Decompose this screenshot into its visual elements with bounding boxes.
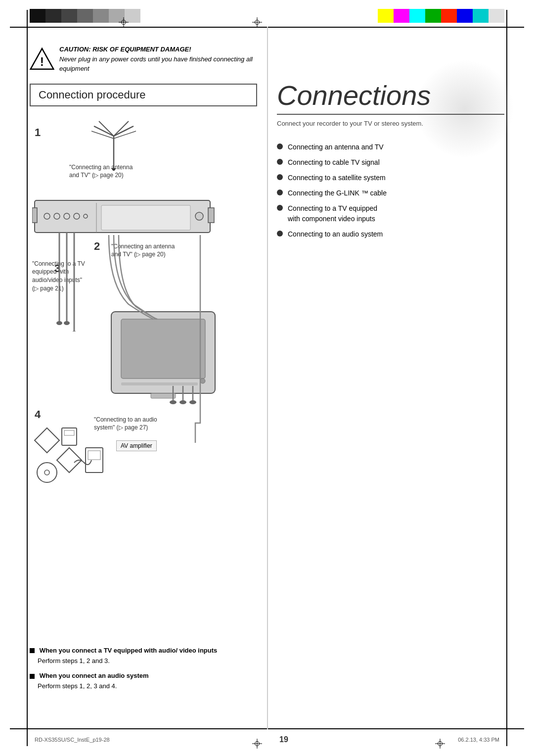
footer-left: RD-XS35SU/SC_InstE_p19-28 <box>35 737 110 743</box>
svg-rect-21 <box>208 208 214 223</box>
swatch <box>409 9 425 23</box>
av-cables-svg <box>52 233 82 331</box>
svg-marker-10 <box>111 168 116 171</box>
bullet-3 <box>277 174 283 180</box>
swatch <box>441 9 457 23</box>
svg-line-3 <box>94 126 114 136</box>
connection-procedure-title: Connection procedure <box>39 89 145 101</box>
swatch <box>61 9 77 23</box>
list-item-6: Connecting to an audio system <box>277 229 504 239</box>
audio-cable <box>188 235 213 443</box>
swatch <box>489 9 504 23</box>
list-item-6-label: Connecting to an audio system <box>288 229 383 239</box>
bullet-4 <box>277 189 283 195</box>
svg-rect-44 <box>64 430 74 435</box>
svg-point-25 <box>56 321 62 325</box>
right-panel: Connections Connect your recorder to you… <box>277 30 504 726</box>
svg-line-4 <box>114 126 134 136</box>
swatch <box>93 9 109 23</box>
list-item-2: Connecting to cable TV signal <box>277 157 504 168</box>
footer-right: 06.2.13, 4:33 PM <box>458 737 499 743</box>
border-left <box>27 10 28 746</box>
antenna-svg <box>89 116 138 171</box>
svg-point-42 <box>44 470 49 475</box>
left-panel: ! CAUTION: RISK OF EQUIPMENT DAMAGE! Nev… <box>30 30 257 726</box>
list-item-5: Connecting to a TV equippedwith componen… <box>277 203 504 224</box>
bullet-1 <box>277 143 283 149</box>
step-4-number: 4 <box>35 408 41 421</box>
list-item-2-label: Connecting to cable TV signal <box>288 157 380 168</box>
footer: RD-XS35SU/SC_InstE_p19-28 19 06.2.13, 4:… <box>35 735 499 744</box>
list-item-5-label: Connecting to a TV equippedwith componen… <box>288 203 377 224</box>
footer-center: 19 <box>279 735 288 744</box>
list-item-4: Connecting the G-LINK ™ cable <box>277 188 504 198</box>
swatch <box>378 9 394 23</box>
bottom-notes: When you connect a TV equipped with audi… <box>30 646 247 697</box>
swatch <box>30 9 45 23</box>
note-2-heading: When you connect an audio system <box>40 672 149 679</box>
svg-point-20 <box>195 212 203 220</box>
note-1: When you connect a TV equipped with audi… <box>30 646 247 666</box>
swatch <box>425 9 441 23</box>
list-item-4-label: Connecting the G-LINK ™ cable <box>288 188 387 198</box>
swatch <box>473 9 489 23</box>
svg-point-41 <box>37 463 57 482</box>
note-2-body: Perform steps 1, 2, 3 and 4. <box>38 682 117 690</box>
svg-rect-46 <box>88 451 100 460</box>
svg-line-5 <box>99 121 114 136</box>
list-item-3-label: Connecting to a satellite system <box>288 173 386 183</box>
swatch <box>77 9 93 23</box>
svg-line-6 <box>114 121 129 136</box>
bullet-5 <box>277 205 283 211</box>
caution-body: Never plug in any power cords until you … <box>59 54 257 74</box>
svg-point-27 <box>71 331 77 331</box>
caution-text: CAUTION: RISK OF EQUIPMENT DAMAGE! Never… <box>59 45 257 74</box>
caution-title: CAUTION: RISK OF EQUIPMENT DAMAGE! <box>59 45 257 54</box>
connection-procedure-box: Connection procedure <box>30 84 257 106</box>
svg-point-26 <box>64 321 70 325</box>
list-item-1-label: Connecting an antenna and TV <box>288 142 384 152</box>
bullet-6 <box>277 231 283 236</box>
note-1-body: Perform steps 1, 2 and 3. <box>38 657 110 664</box>
color-bar-right <box>378 9 504 23</box>
swatch <box>394 9 409 23</box>
svg-rect-32 <box>121 382 198 385</box>
warning-icon: ! <box>30 47 54 71</box>
step-1-number: 1 <box>35 126 41 139</box>
swatch <box>457 9 473 23</box>
av-amplifier-label: AV amplifier <box>116 440 157 451</box>
note-1-heading: When you connect a TV equipped with audi… <box>40 647 218 654</box>
diagram-area: 1 "Connecting an antennaand TV" (▷ page … <box>30 116 257 463</box>
svg-point-37 <box>179 400 186 404</box>
svg-point-36 <box>170 400 177 404</box>
svg-text:!: ! <box>40 55 44 68</box>
recorder-svg <box>32 198 215 237</box>
svg-rect-19 <box>101 205 190 230</box>
page-divider <box>267 27 268 729</box>
cables-to-tv <box>79 235 178 324</box>
swatch <box>45 9 61 23</box>
svg-rect-12 <box>32 208 37 223</box>
list-item-3: Connecting to a satellite system <box>277 173 504 183</box>
audio-equipment-svg <box>32 423 109 492</box>
note-2: When you connect an audio system Perform… <box>30 671 247 692</box>
svg-marker-39 <box>35 428 59 453</box>
caution-box: ! CAUTION: RISK OF EQUIPMENT DAMAGE! Nev… <box>30 45 257 74</box>
connections-title: Connections <box>277 79 504 115</box>
bullet-2 <box>277 159 283 165</box>
